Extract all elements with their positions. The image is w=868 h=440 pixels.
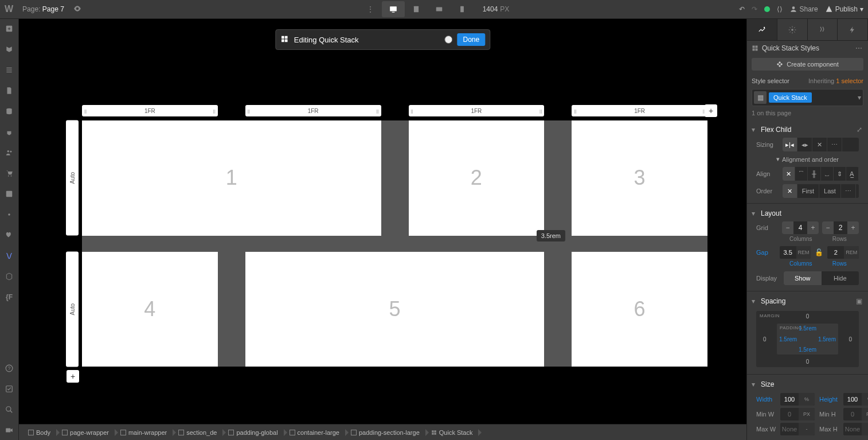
page-name[interactable]: Page 7 (42, 5, 64, 13)
webflow-logo-icon[interactable]: W (5, 4, 13, 14)
canvas-width-unit: PX (500, 5, 509, 13)
more-breakpoints-icon[interactable]: ⋮ (359, 1, 382, 17)
chevron-down-icon: ▾ (860, 5, 863, 13)
breakpoint-desktop[interactable] (382, 1, 405, 17)
breakpoint-mobile[interactable] (451, 1, 474, 17)
svg-point-5 (792, 6, 795, 9)
breakpoint-landscape[interactable] (428, 1, 451, 17)
svg-rect-4 (460, 6, 464, 13)
undo-icon[interactable]: ↶ (739, 5, 745, 13)
page-label: Page: (22, 5, 40, 13)
svg-rect-2 (414, 6, 419, 13)
svg-rect-1 (392, 12, 394, 13)
status-indicator-icon (764, 6, 770, 12)
share-button[interactable]: Share (789, 5, 818, 13)
canvas-width[interactable]: 1404 (483, 5, 498, 13)
code-export-icon[interactable]: ⟨⟩ (777, 5, 783, 13)
svg-rect-3 (436, 7, 442, 11)
breakpoint-tablet[interactable] (405, 1, 428, 17)
publish-button[interactable]: Publish ▾ (825, 5, 863, 13)
redo-icon[interactable]: ↷ (752, 5, 757, 13)
preview-icon[interactable] (73, 5, 81, 14)
svg-rect-0 (390, 6, 397, 11)
